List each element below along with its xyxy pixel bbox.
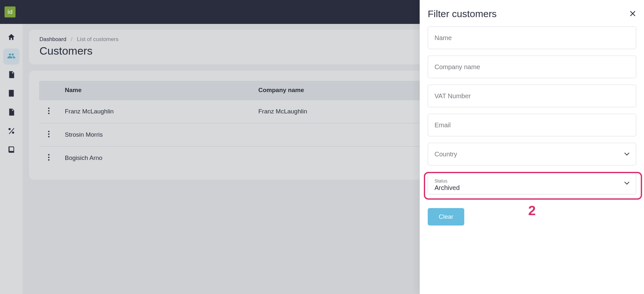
svg-point-7 [48,157,49,158]
cell-name: Franz McLaughlin [59,100,252,123]
svg-point-3 [48,131,49,132]
filter-name-placeholder: Name [435,34,452,42]
col-actions [39,81,59,100]
svg-point-8 [48,159,49,161]
sidebar-item-discounts[interactable] [3,123,19,140]
sidebar-item-receipts[interactable] [3,86,19,102]
cell-company [252,123,445,146]
col-company[interactable]: Company name [252,81,445,100]
row-actions [39,100,59,123]
kebab-menu-icon[interactable] [48,107,50,114]
invoice-icon [7,108,16,118]
cell-company [252,146,445,170]
filter-status-label: Status [435,178,447,184]
cell-name: Strosin Morris [59,123,252,146]
filter-status-value: Archived [435,184,460,192]
breadcrumb-separator: / [71,36,72,43]
row-actions [39,146,59,170]
col-name[interactable]: Name [59,81,252,100]
filter-company-placeholder: Company name [435,63,480,71]
cell-name: Bogisich Arno [59,146,252,170]
breadcrumb-root[interactable]: Dashboard [39,36,66,43]
sidebar-item-documents[interactable] [3,67,19,83]
svg-point-2 [48,113,49,114]
filter-country-placeholder: Country [435,151,457,158]
sidebar-item-library[interactable] [3,142,19,158]
kebab-menu-icon[interactable] [48,131,50,138]
filter-country-select[interactable]: Country [428,143,636,165]
cell-company: Franz McLaughlin [252,100,445,123]
close-icon [629,8,636,19]
home-icon [7,33,16,43]
svg-point-4 [48,133,49,135]
sidebar-item-invoices[interactable] [3,105,19,121]
document-icon [7,70,16,80]
svg-point-5 [48,136,49,137]
book-icon [7,145,16,155]
filter-vat-placeholder: VAT Number [435,92,471,100]
sidebar-item-customers[interactable] [3,48,19,65]
svg-point-6 [48,154,49,155]
filter-email-input[interactable]: Email [428,114,636,136]
row-actions [39,123,59,146]
percent-icon [7,127,16,136]
filter-company-input[interactable]: Company name [428,56,636,78]
clear-button[interactable]: Clear [428,208,464,226]
svg-point-0 [48,108,49,109]
filter-status-select[interactable]: Status Archived [428,172,636,194]
filter-email-placeholder: Email [435,121,451,129]
filter-title: Filter customers [428,8,497,19]
sidebar-item-home[interactable] [3,30,19,46]
logo: id [5,6,16,17]
filter-panel: Filter customers Name Company name VAT N… [420,0,644,294]
filter-vat-input[interactable]: VAT Number [428,85,636,107]
sidebar [0,24,23,294]
receipt-icon [7,89,16,99]
filter-name-input[interactable]: Name [428,26,636,49]
people-icon [7,52,16,61]
chevron-down-icon [624,180,629,186]
chevron-down-icon [624,151,629,157]
svg-point-1 [48,110,49,111]
annotation-number: 2 [528,203,536,218]
kebab-menu-icon[interactable] [48,154,50,161]
breadcrumb-current: List of customers [77,36,119,43]
close-button[interactable] [629,9,636,19]
